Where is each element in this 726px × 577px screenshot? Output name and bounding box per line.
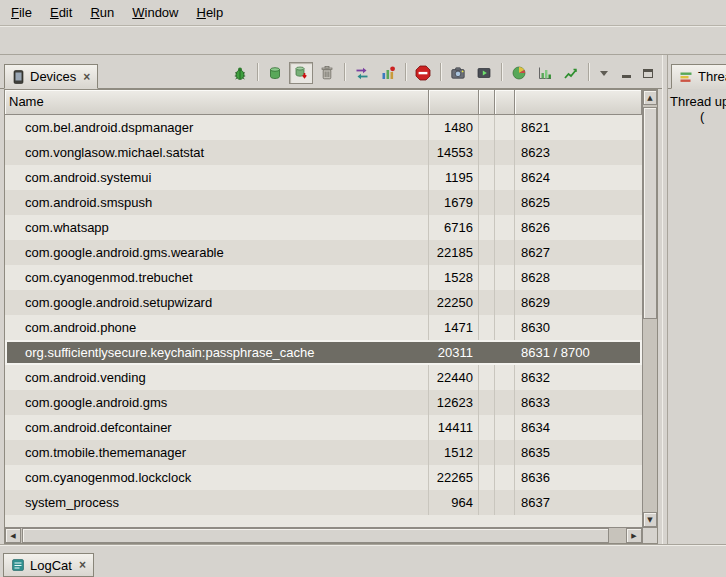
- device-process-row[interactable]: com.whatsapp 6716 8626: [5, 215, 642, 240]
- process-status-cell: [479, 490, 495, 515]
- process-status-cell: [479, 390, 495, 415]
- tab-devices[interactable]: Devices ×: [4, 64, 98, 89]
- menu-item[interactable]: Window: [123, 1, 187, 24]
- close-icon[interactable]: ×: [81, 70, 90, 84]
- device-process-row[interactable]: com.bel.android.dspmanager 1480 8621: [5, 115, 642, 140]
- update-heap-button[interactable]: [263, 62, 287, 84]
- device-process-row[interactable]: com.android.vending 22440 8632: [5, 365, 642, 390]
- menu-item[interactable]: Run: [81, 1, 123, 24]
- device-process-row[interactable]: com.vonglasow.michael.satstat 14553 8623: [5, 140, 642, 165]
- column-header-status2[interactable]: [495, 90, 515, 115]
- menu-item[interactable]: Edit: [41, 1, 81, 24]
- device-process-row[interactable]: system_process 964 8637: [5, 490, 642, 515]
- device-process-row[interactable]: com.android.smspush 1679 8625: [5, 190, 642, 215]
- device-process-row[interactable]: com.google.android.gms 12623 8633: [5, 390, 642, 415]
- threads-view: Threads Thread up (: [668, 55, 726, 544]
- device-process-row[interactable]: com.tmobile.thememanager 1512 8635: [5, 440, 642, 465]
- close-icon[interactable]: ×: [77, 558, 86, 572]
- cause-gc-button[interactable]: [315, 62, 339, 84]
- horizontal-scrollbar[interactable]: ◀ ▶: [5, 527, 642, 543]
- vertical-scroll-thumb[interactable]: [643, 107, 657, 319]
- toolbar-separator: [440, 63, 441, 81]
- scroll-up-icon[interactable]: ▲: [643, 90, 657, 105]
- tab-threads[interactable]: Threads: [671, 64, 726, 89]
- process-status-cell: [479, 165, 495, 190]
- process-status-cell: [495, 415, 515, 440]
- process-pid-cell: 964: [429, 490, 479, 515]
- process-status-cell: [495, 190, 515, 215]
- process-status-cell: [495, 365, 515, 390]
- tab-logcat[interactable]: LogCat ×: [3, 553, 94, 577]
- update-threads-button[interactable]: [350, 62, 374, 84]
- device-process-row[interactable]: com.android.phone 1471 8630: [5, 315, 642, 340]
- heap-chart-button[interactable]: [533, 62, 557, 84]
- view-menu-button[interactable]: [594, 64, 614, 82]
- process-name-cell: com.vonglasow.michael.satstat: [5, 140, 429, 165]
- horizontal-scroll-thumb[interactable]: [22, 528, 609, 543]
- process-pid-cell: 1471: [429, 315, 479, 340]
- process-name-cell: com.tmobile.thememanager: [5, 440, 429, 465]
- process-port-cell: 8625: [515, 190, 642, 215]
- process-status-cell: [495, 115, 515, 140]
- device-process-row[interactable]: com.google.android.setupwizard 22250 862…: [5, 290, 642, 315]
- scroll-right-icon[interactable]: ▶: [626, 528, 642, 543]
- process-port-cell: 8632: [515, 365, 642, 390]
- process-name-cell: com.android.smspush: [5, 190, 429, 215]
- horizontal-scroll-track[interactable]: [21, 528, 626, 543]
- minimize-view-button[interactable]: [616, 64, 636, 82]
- method-profiling-button[interactable]: [376, 62, 400, 84]
- process-status-cell: [495, 290, 515, 315]
- scroll-left-icon[interactable]: ◀: [5, 528, 21, 543]
- process-port-cell: 8631 / 8700: [515, 340, 642, 365]
- process-pid-cell: 6716: [429, 215, 479, 240]
- threads-icon: [679, 70, 693, 84]
- process-status-cell: [479, 440, 495, 465]
- dump-hprof-button[interactable]: [289, 62, 313, 84]
- process-status-cell: [479, 465, 495, 490]
- process-status-cell: [479, 315, 495, 340]
- perf-chart-button[interactable]: [559, 62, 583, 84]
- devices-view: Devices ×: [0, 55, 662, 544]
- threads-message-line2: (: [670, 109, 724, 124]
- vertical-scroll-track[interactable]: [643, 105, 657, 512]
- process-status-cell: [479, 265, 495, 290]
- stop-process-button[interactable]: [411, 62, 435, 84]
- threads-tabbar: Threads: [668, 61, 726, 89]
- column-header-port[interactable]: [515, 90, 642, 115]
- device-process-row[interactable]: com.cyanogenmod.trebuchet 1528 8628: [5, 265, 642, 290]
- process-pid-cell: 1480: [429, 115, 479, 140]
- method-profiling-icon: [380, 65, 396, 81]
- screen-capture-button[interactable]: [446, 62, 470, 84]
- process-status-cell: [495, 315, 515, 340]
- debug-process-icon: [232, 65, 248, 81]
- process-status-cell: [495, 390, 515, 415]
- toolbar-separator: [405, 63, 406, 81]
- scroll-down-icon[interactable]: ▼: [643, 512, 657, 527]
- debug-process-button[interactable]: [228, 62, 252, 84]
- device-process-row[interactable]: org.sufficientlysecure.keychain:passphra…: [5, 340, 642, 365]
- device-process-row[interactable]: com.android.systemui 1195 8624: [5, 165, 642, 190]
- column-header-name[interactable]: Name: [5, 90, 429, 115]
- process-pid-cell: 1195: [429, 165, 479, 190]
- process-port-cell: 8630: [515, 315, 642, 340]
- sysinfo-icon: [511, 65, 527, 81]
- sysinfo-button[interactable]: [507, 62, 531, 84]
- device-process-row[interactable]: com.cyanogenmod.lockclock 22265 8636: [5, 465, 642, 490]
- process-port-cell: 8636: [515, 465, 642, 490]
- process-port-cell: 8635: [515, 440, 642, 465]
- process-name-cell: com.google.android.gms: [5, 390, 429, 415]
- process-status-cell: [495, 265, 515, 290]
- devices-table-header: Name: [5, 90, 642, 115]
- column-header-status1[interactable]: [479, 90, 495, 115]
- process-pid-cell: 14553: [429, 140, 479, 165]
- screen-record-button[interactable]: [472, 62, 496, 84]
- vertical-scrollbar[interactable]: ▲ ▼: [642, 90, 657, 527]
- device-process-row[interactable]: com.android.defcontainer 14411 8634: [5, 415, 642, 440]
- menu-item[interactable]: File: [2, 1, 41, 24]
- column-header-pid[interactable]: [429, 90, 479, 115]
- process-status-cell: [495, 165, 515, 190]
- devices-tabbar: Devices ×: [0, 61, 662, 89]
- device-process-row[interactable]: com.google.android.gms.wearable 22185 86…: [5, 240, 642, 265]
- menu-item[interactable]: Help: [187, 1, 232, 24]
- maximize-view-button[interactable]: [638, 64, 658, 82]
